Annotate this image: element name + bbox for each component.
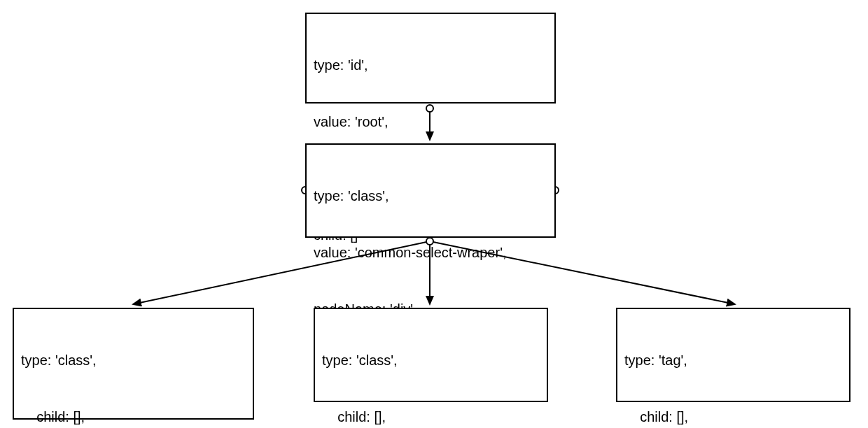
node-search: type: 'class', child: [], value: 'common…	[13, 308, 254, 420]
node-tag: type: 'tag', child: [], value: 'div', no…	[616, 308, 850, 402]
node-search-line1: type: 'class',	[21, 351, 246, 370]
node-tag-line1: type: 'tag',	[624, 351, 842, 370]
node-tag-line2: child: [],	[624, 408, 842, 427]
node-search-line2: child: [],	[21, 408, 246, 427]
node-select-line1: type: 'class',	[322, 351, 540, 370]
node-select: type: 'class', child: [], value: 'common…	[314, 308, 548, 402]
node-root: type: 'id', value: 'root', nodeName: 'di…	[305, 13, 556, 104]
node-wrapper-line2: value: 'common-select-wraper',	[314, 243, 547, 262]
node-wrapper-line1: type: 'class',	[314, 187, 547, 206]
node-root-line2: value: 'root',	[314, 113, 547, 131]
node-root-line1: type: 'id',	[314, 56, 547, 75]
diagram-canvas: type: 'id', value: 'root', nodeName: 'di…	[0, 0, 868, 428]
node-wrapper: type: 'class', value: 'common-select-wra…	[305, 143, 556, 238]
node-select-line2: child: [],	[322, 408, 540, 427]
